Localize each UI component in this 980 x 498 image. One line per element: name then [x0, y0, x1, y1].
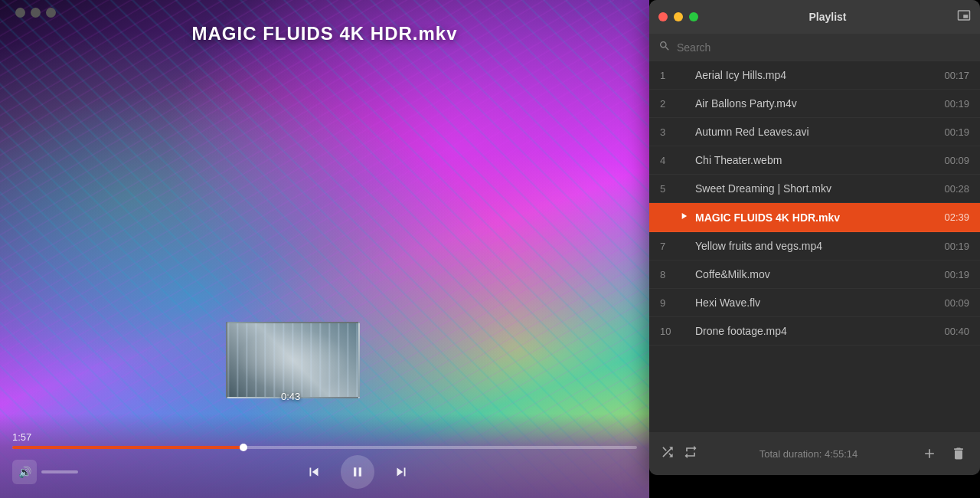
volume-area: 🔊	[12, 460, 78, 484]
item-duration: 00:40	[944, 326, 969, 337]
progress-bar[interactable]	[12, 446, 637, 449]
delete-button[interactable]	[948, 443, 969, 464]
item-number: 8	[660, 269, 678, 280]
controls-bar: 1:57 🔊	[0, 414, 649, 498]
playlist-item[interactable]: 3 Autumn Red Leaves.avi 00:19	[649, 118, 980, 146]
close-dot	[15, 8, 25, 18]
search-icon	[658, 40, 671, 55]
item-duration: 00:19	[944, 98, 969, 110]
item-name: Hexi Wave.flv	[695, 297, 938, 309]
item-number: 2	[660, 98, 678, 110]
item-duration: 00:09	[944, 297, 969, 309]
item-name: Aerial Icy Hills.mp4	[695, 69, 938, 81]
previous-button[interactable]	[305, 464, 322, 480]
item-number: 10	[660, 326, 678, 337]
pause-button[interactable]	[341, 455, 374, 489]
item-duration: 00:28	[944, 183, 969, 195]
player-area: MAGIC FLUIDS 4K HDR.mkv 0:43 1:57 🔊	[0, 0, 649, 498]
playlist-title: Playlist	[704, 11, 951, 23]
volume-slider[interactable]	[41, 470, 78, 473]
playlist-item[interactable]: 1 Aerial Icy Hills.mp4 00:17	[649, 61, 980, 90]
item-name: Yellow fruits and vegs.mp4	[695, 240, 938, 252]
play-icon	[678, 211, 692, 224]
repeat-button[interactable]	[683, 444, 698, 464]
playlist-items: 1 Aerial Icy Hills.mp4 00:17 2 Air Ballo…	[649, 61, 980, 423]
controls-row: 🔊	[0, 455, 649, 489]
total-duration: Total duration: 4:55:14	[706, 448, 911, 460]
item-duration: 00:09	[944, 155, 969, 166]
window-controls	[15, 8, 56, 18]
item-name: MAGIC FLUIDS 4K HDR.mkv	[695, 211, 938, 224]
playlist-item[interactable]: 4 Chi Theater.webm 00:09	[649, 146, 980, 175]
playlist-item[interactable]: 2 Air Ballons Party.m4v 00:19	[649, 90, 980, 118]
thumbnail-time: 0:43	[281, 391, 300, 402]
item-name: Drone footage.mp4	[695, 325, 938, 337]
playlist-minimize-button[interactable]	[674, 12, 683, 21]
minimize-dot	[31, 8, 41, 18]
playlist-titlebar: Playlist	[649, 0, 980, 34]
playlist-item[interactable]: MAGIC FLUIDS 4K HDR.mkv 02:39	[649, 203, 980, 232]
item-number: 5	[660, 183, 678, 195]
playback-controls	[78, 455, 637, 489]
playlist-item[interactable]: 7 Yellow fruits and vegs.mp4 00:19	[649, 232, 980, 260]
progress-fill	[12, 446, 243, 449]
item-duration: 02:39	[944, 211, 969, 223]
video-title: MAGIC FLUIDS 4K HDR.mkv	[0, 23, 649, 44]
item-number: 9	[660, 297, 678, 309]
item-duration: 00:19	[944, 269, 969, 280]
item-number: 4	[660, 155, 678, 166]
item-name: Coffe&Milk.mov	[695, 268, 938, 280]
add-button[interactable]	[919, 443, 940, 464]
next-button[interactable]	[393, 464, 410, 480]
progress-area[interactable]: 1:57	[0, 431, 649, 449]
item-number: 1	[660, 70, 678, 81]
item-name: Air Ballons Party.m4v	[695, 97, 938, 110]
volume-button[interactable]: 🔊	[12, 460, 37, 484]
pip-button[interactable]	[957, 8, 971, 25]
time-display: 1:57	[12, 431, 637, 443]
item-duration: 00:17	[944, 70, 969, 81]
playlist-item[interactable]: 5 Sweet Dreaming | Short.mkv 00:28	[649, 175, 980, 203]
item-name: Sweet Dreaming | Short.mkv	[695, 182, 938, 195]
item-duration: 00:19	[944, 126, 969, 138]
playlist-panel: Playlist 1 Aerial Icy Hills.mp4 00:17 2 …	[649, 0, 980, 475]
volume-icon: 🔊	[18, 466, 31, 478]
item-name: Chi Theater.webm	[695, 154, 938, 166]
playlist-item[interactable]: 9 Hexi Wave.flv 00:09	[649, 289, 980, 317]
playlist-item[interactable]: 10 Drone footage.mp4 00:40	[649, 317, 980, 346]
item-number: 7	[660, 241, 678, 252]
playlist-maximize-button[interactable]	[689, 12, 698, 21]
item-number: 3	[660, 126, 678, 138]
item-duration: 00:19	[944, 241, 969, 252]
maximize-dot	[46, 8, 56, 18]
playlist-close-button[interactable]	[658, 12, 668, 21]
shuffle-button[interactable]	[660, 444, 675, 464]
search-input[interactable]	[677, 41, 971, 54]
playlist-footer: Total duration: 4:55:14	[649, 432, 980, 475]
seek-thumbnail	[226, 322, 360, 398]
search-bar	[649, 34, 980, 61]
playlist-item[interactable]: 8 Coffe&Milk.mov 00:19	[649, 260, 980, 289]
item-name: Autumn Red Leaves.avi	[695, 126, 938, 138]
